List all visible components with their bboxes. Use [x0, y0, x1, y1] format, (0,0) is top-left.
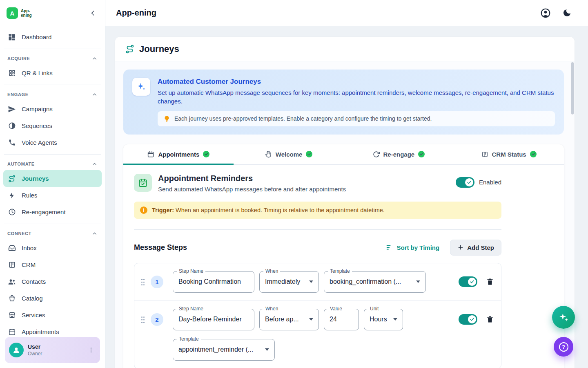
user-info: User Owner	[28, 343, 42, 357]
panel-header: Journeys	[115, 37, 575, 61]
sidebar-item-voice-agents[interactable]: Voice Agents	[3, 134, 102, 151]
divider	[4, 224, 101, 224]
sidebar-item-label: Journeys	[22, 175, 49, 182]
sidebar-section-engage[interactable]: ENGAGE	[3, 88, 102, 101]
sidebar-item-rules[interactable]: Rules	[3, 187, 102, 204]
refresh-icon	[373, 151, 380, 158]
sidebar-item-campaigns[interactable]: Campaigns	[3, 101, 102, 117]
user-menu-button[interactable]	[86, 345, 96, 355]
dots-vertical-icon	[88, 347, 94, 353]
sidebar-item-qr-links[interactable]: QR & Links	[3, 65, 102, 81]
panel-body: Automated Customer Journeys Set up autom…	[115, 61, 575, 368]
check-circle-icon	[306, 151, 312, 157]
sidebar-item-services[interactable]: Services	[3, 307, 102, 323]
chevron-down-icon	[265, 348, 269, 351]
collapse-sidebar-button[interactable]	[87, 7, 98, 19]
sidebar-section-acquire[interactable]: ACQUIRE	[3, 52, 102, 65]
sidebar-item-label: Services	[22, 312, 45, 319]
sidebar-item-sequences[interactable]: Sequences	[3, 117, 102, 134]
tab-crm-status[interactable]: CRM Status	[454, 144, 564, 164]
calendar-check-icon	[134, 174, 152, 192]
section-label: CONNECT	[7, 231, 31, 236]
add-step-button[interactable]: Add Step	[450, 240, 501, 256]
sidebar-item-contacts[interactable]: Contacts	[3, 273, 102, 290]
value-field[interactable]: Value	[324, 309, 359, 330]
sidebar-item-journeys[interactable]: Journeys	[3, 170, 102, 187]
step-row: 2 Step Name When Before ap...	[134, 301, 501, 368]
scrollbar-thumb[interactable]	[571, 62, 574, 114]
step-name-field[interactable]: Step Name	[173, 309, 254, 330]
chevron-up-icon	[91, 92, 98, 98]
sidebar-item-catalog[interactable]: Catalog	[3, 290, 102, 307]
banner-description: Set up automatic WhatsApp message sequen…	[158, 88, 555, 106]
field-label: Template	[328, 268, 352, 274]
chevron-down-icon	[309, 280, 313, 283]
step-fields-row: Step Name When Before ap... Value	[173, 309, 403, 330]
tab-re-engage[interactable]: Re-engage	[344, 144, 454, 164]
sidebar-section-automate[interactable]: AUTOMATE	[3, 158, 102, 170]
calendar-icon	[147, 150, 154, 158]
plus-icon	[457, 244, 464, 251]
sidebar-item-label: Sequences	[22, 122, 52, 129]
appointment-reminders-toggle[interactable]	[456, 177, 474, 188]
sidebar-item-label: Voice Agents	[22, 139, 57, 146]
user-card[interactable]: User Owner	[5, 337, 100, 363]
unit-select[interactable]: Unit Hours	[364, 309, 403, 330]
delete-step-button[interactable]	[485, 314, 495, 324]
when-select[interactable]: When Before ap...	[259, 309, 319, 330]
step-toggle[interactable]	[459, 314, 477, 325]
tab-welcome[interactable]: Welcome	[234, 144, 344, 164]
sidebar-section-connect[interactable]: CONNECT	[3, 227, 102, 240]
account-button[interactable]	[540, 8, 551, 18]
ai-assistant-fab[interactable]	[552, 306, 575, 329]
step-controls	[459, 309, 495, 330]
field-label: Value	[328, 306, 344, 312]
sort-by-timing-button[interactable]: Sort by Timing	[386, 244, 439, 251]
storefront-icon	[7, 311, 16, 319]
app-logo[interactable]: A App-ening	[7, 7, 36, 19]
dashboard-icon	[7, 33, 16, 41]
sidebar-item-dashboard[interactable]: Dashboard	[3, 29, 102, 45]
when-select[interactable]: When Immediately	[259, 271, 319, 293]
journeys-banner: Automated Customer Journeys Set up autom…	[123, 70, 564, 135]
help-fab[interactable]: ?	[554, 337, 573, 357]
sparkles-icon	[132, 78, 150, 96]
sidebar-item-label: Campaigns	[22, 105, 53, 112]
template-select[interactable]: Template appointment_reminder (...	[173, 339, 275, 361]
tab-appointments[interactable]: Appointments	[123, 144, 234, 164]
step-name-input[interactable]	[178, 316, 249, 323]
field-label: Step Name	[177, 306, 205, 312]
step-name-input[interactable]	[178, 278, 249, 285]
sort-button-label: Sort by Timing	[396, 244, 439, 251]
theme-toggle-button[interactable]	[562, 8, 572, 18]
template-select[interactable]: Template booking_confirmation (...	[324, 271, 426, 293]
chevron-down-icon	[393, 318, 397, 321]
value-input[interactable]	[330, 316, 353, 323]
route-icon	[7, 175, 16, 183]
page-title: Journeys	[139, 44, 179, 54]
sidebar-item-inbox[interactable]: Inbox	[3, 240, 102, 256]
step-name-field[interactable]: Step Name	[173, 271, 254, 293]
sidebar-item-label: CRM	[22, 261, 36, 268]
kanban-icon	[7, 261, 16, 269]
section-subtitle: Send automated WhatsApp messages before …	[158, 186, 346, 193]
sidebar-item-re-engagement[interactable]: Re-engagement	[3, 204, 102, 220]
delete-step-button[interactable]	[485, 277, 495, 287]
chevron-up-icon	[91, 56, 98, 62]
drag-handle-icon[interactable]	[140, 316, 145, 324]
field-label: Step Name	[177, 268, 205, 274]
lightbulb-icon	[163, 115, 170, 122]
check-circle-icon	[530, 151, 537, 157]
page-header-title: App-ening	[116, 8, 156, 18]
sparkles-icon	[558, 312, 569, 323]
divider	[4, 154, 101, 155]
step-toggle[interactable]	[459, 276, 477, 287]
drag-handle-icon[interactable]	[140, 278, 145, 286]
sidebar-item-label: Catalog	[22, 295, 43, 302]
sidebar-item-label: Dashboard	[22, 34, 51, 40]
toggle-check-icon	[468, 315, 476, 323]
section-label: ACQUIRE	[7, 56, 30, 61]
message-steps-toolbar: Message Steps Sort by Timing Add Step	[134, 240, 501, 256]
sidebar-item-label: Contacts	[22, 278, 46, 285]
sidebar-item-crm[interactable]: CRM	[3, 256, 102, 273]
